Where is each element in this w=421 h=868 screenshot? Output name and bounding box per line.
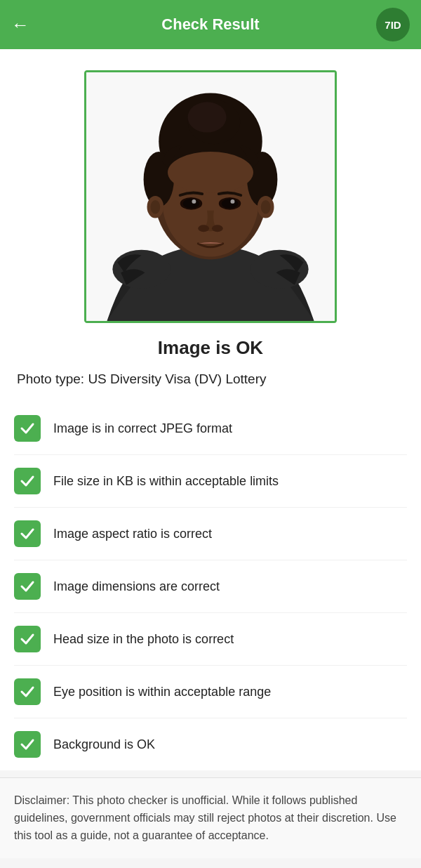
check-label-background: Background is OK xyxy=(53,737,155,752)
disclaimer-box: Disclaimer: This photo checker is unoffi… xyxy=(0,777,421,858)
check-list: Image is in correct JPEG format File siz… xyxy=(14,402,407,770)
check-item-background: Background is OK xyxy=(14,718,407,770)
check-icon-aspect xyxy=(14,520,41,547)
svg-point-8 xyxy=(188,102,227,132)
check-item-headsize: Head size in the photo is correct xyxy=(14,613,407,666)
portrait-image xyxy=(86,70,335,323)
svg-point-16 xyxy=(222,199,239,209)
svg-point-22 xyxy=(150,200,160,214)
check-label-jpeg: Image is in correct JPEG format xyxy=(53,421,232,436)
check-item-filesize: File size in KB is within acceptable lim… xyxy=(14,455,407,508)
svg-point-2 xyxy=(112,250,171,289)
check-icon-filesize xyxy=(14,468,41,494)
check-label-aspect: Image aspect ratio is correct xyxy=(53,527,212,541)
check-item-dimensions: Image dimensions are correct xyxy=(14,560,407,613)
svg-point-3 xyxy=(250,250,309,289)
check-item-eyepos: Eye position is within acceptable range xyxy=(14,666,407,718)
check-icon-background xyxy=(14,731,41,758)
check-icon-jpeg xyxy=(14,415,41,442)
app-header: ← Check Result 7ID xyxy=(0,0,421,49)
svg-point-23 xyxy=(261,200,271,214)
back-button[interactable]: ← xyxy=(11,14,29,36)
check-item-aspect: Image aspect ratio is correct xyxy=(14,508,407,560)
svg-point-19 xyxy=(212,225,223,232)
status-title: Image is OK xyxy=(14,337,407,359)
disclaimer-text: Disclaimer: This photo checker is unoffi… xyxy=(14,792,407,844)
check-icon-dimensions xyxy=(14,573,41,600)
photo-frame xyxy=(84,70,337,323)
main-content: Image is OK Photo type: US Diversity Vis… xyxy=(0,49,421,770)
svg-point-14 xyxy=(192,199,196,204)
check-icon-eyepos xyxy=(14,678,41,705)
check-label-filesize: File size in KB is within acceptable lim… xyxy=(53,474,279,489)
photo-type-label: Photo type: US Diversity Visa (DV) Lotte… xyxy=(14,371,407,387)
svg-point-18 xyxy=(198,225,209,232)
svg-point-17 xyxy=(231,199,235,204)
page-title: Check Result xyxy=(161,15,259,34)
svg-point-13 xyxy=(183,199,200,209)
check-label-headsize: Head size in the photo is correct xyxy=(53,632,234,647)
app-logo: 7ID xyxy=(376,8,410,41)
check-item-jpeg: Image is in correct JPEG format xyxy=(14,402,407,455)
svg-point-11 xyxy=(168,152,253,193)
check-label-eyepos: Eye position is within acceptable range xyxy=(53,685,271,699)
check-label-dimensions: Image dimensions are correct xyxy=(53,579,220,594)
photo-container xyxy=(14,70,407,323)
check-icon-headsize xyxy=(14,626,41,652)
